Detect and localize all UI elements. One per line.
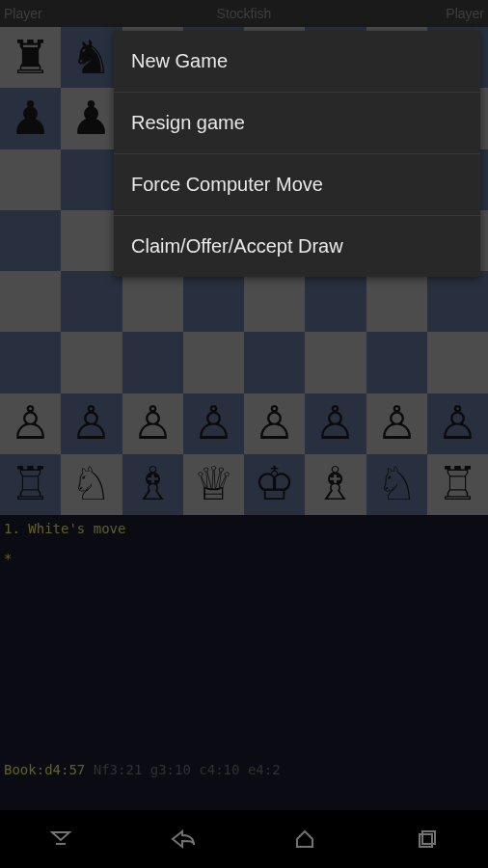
context-menu: New Game Resign game Force Computer Move…: [114, 31, 480, 277]
menu-new-game[interactable]: New Game: [114, 31, 480, 93]
menu-claim-offer-accept-draw[interactable]: Claim/Offer/Accept Draw: [114, 216, 480, 277]
menu-resign-game[interactable]: Resign game: [114, 93, 480, 154]
menu-force-computer-move[interactable]: Force Computer Move: [114, 154, 480, 216]
